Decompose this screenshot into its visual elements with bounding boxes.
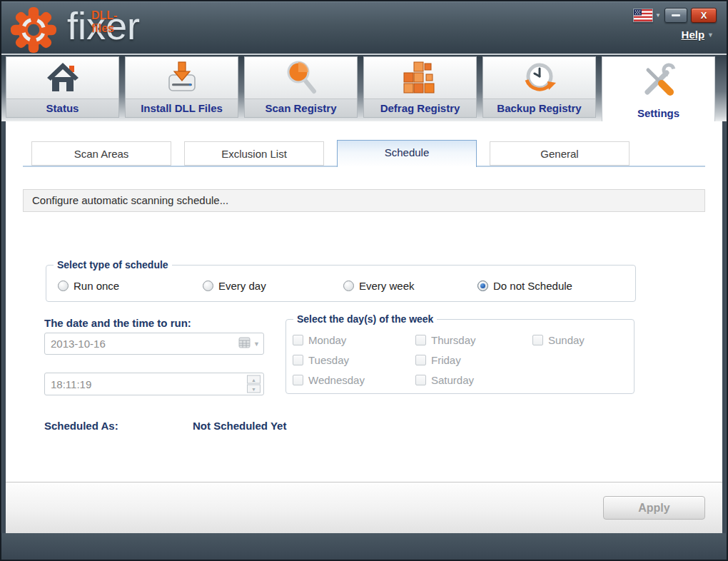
toolbar-button-scan-registry[interactable]: Scan Registry [244,56,358,118]
gear-logo-icon [10,6,57,56]
window-bottom-frame [1,533,727,560]
tab-exclusion-list[interactable]: Exclusion List [184,141,324,166]
toolbar-button-label: Status [6,98,118,117]
checkbox-friday[interactable]: Friday [415,350,476,370]
clock-backup-icon [483,57,595,98]
checkbox-tuesday[interactable]: Tuesday [293,350,365,370]
defrag-blocks-icon [364,57,476,98]
checkbox-icon [415,355,426,365]
checkbox-icon [293,355,303,365]
chevron-down-icon[interactable]: ▼ [253,340,260,348]
checkbox-wednesday[interactable]: Wednesday [293,370,365,390]
radio-run-once[interactable]: Run once [58,280,203,292]
main-toolbar: Status Install DLL Files [1,54,727,121]
toolbar-button-install-dll-files[interactable]: Install DLL Files [125,56,238,118]
radio-selected-icon [477,280,488,291]
toolbar-button-defrag-registry[interactable]: Defrag Registry [363,56,477,118]
toolbar-button-label: Install DLL Files [126,98,238,117]
toolbar-button-status[interactable]: Status [6,56,119,118]
arrow-up-icon[interactable]: ▲ [247,375,261,384]
checkbox-icon [293,375,303,385]
date-field: ▼ [44,333,264,355]
time-spinner: ▲ ▼ [247,375,261,393]
hard-drive-download-icon [126,57,238,98]
checkbox-icon [293,335,303,345]
checkbox-icon [415,335,426,345]
radio-every-week[interactable]: Every week [343,280,477,292]
toolbar-button-label: Settings [602,104,714,123]
titlebar: fixer DLL-files [1,1,727,54]
language-flag-button[interactable]: ▼ [633,9,661,22]
magnifier-icon [245,57,357,98]
app-window: fixer DLL-files [0,0,728,561]
checkbox-saturday[interactable]: Saturday [415,370,476,390]
days-legend: Select the day(s) of the week [293,313,437,325]
close-icon: X [701,10,707,21]
settings-panel: Scan Areas Exclusion List Schedule Gener… [6,121,722,482]
footer-bar: Apply [6,482,722,533]
tab-schedule[interactable]: Schedule [337,140,477,167]
toolbar-button-label: Backup Registry [483,98,595,117]
toolbar-button-settings[interactable]: Settings [602,56,715,123]
tab-general[interactable]: General [490,141,630,166]
arrow-down-icon[interactable]: ▼ [247,385,261,393]
date-input[interactable] [44,333,264,355]
tools-icon [602,57,714,104]
datetime-label: The date and the time to run: [44,317,191,329]
schedule-type-legend: Select type of schedule [54,259,172,271]
radio-icon [58,280,69,291]
checkbox-icon [415,375,426,385]
time-field: ▲ ▼ [44,373,264,395]
checkbox-monday[interactable]: Monday [293,330,365,350]
checkbox-sunday[interactable]: Sunday [532,330,585,350]
tab-scan-areas[interactable]: Scan Areas [31,141,171,166]
close-button[interactable]: X [691,8,717,23]
time-input[interactable] [44,373,264,395]
schedule-type-group: Select type of schedule Run once Every d… [46,265,636,302]
brand-tagline: DLL-files [91,9,117,35]
toolbar-button-label: Defrag Registry [364,98,476,117]
scheduled-as-label: Scheduled As: [44,420,193,432]
chevron-down-icon: ▼ [655,12,661,19]
minimize-icon [672,14,680,16]
radio-every-day[interactable]: Every day [203,280,343,292]
days-of-week-group: Select the day(s) of the week Monday Tue… [285,319,635,394]
settings-subtabs: Scan Areas Exclusion List Schedule Gener… [23,140,705,167]
chevron-down-icon: ▼ [707,31,714,39]
scheduled-as-value: Not Scheduled Yet [193,420,286,432]
home-icon [6,57,118,98]
minimize-button[interactable] [664,8,687,23]
calendar-icon[interactable] [238,337,251,351]
toolbar-button-backup-registry[interactable]: Backup Registry [482,56,596,118]
scheduled-as-row: Scheduled As: Not Scheduled Yet [44,420,286,432]
help-menu[interactable]: Help ▼ [682,29,714,41]
window-controls: ▼ X [633,8,717,23]
us-flag-icon [633,9,653,22]
apply-button[interactable]: Apply [603,496,705,520]
checkbox-thursday[interactable]: Thursday [415,330,476,350]
checkbox-icon [532,335,543,345]
radio-icon [343,280,354,291]
radio-icon [203,280,213,291]
radio-do-not-schedule[interactable]: Do not Schedule [477,280,572,292]
toolbar-button-label: Scan Registry [245,98,357,117]
help-label: Help [682,29,705,41]
section-header: Configure automatic scanning schedule... [23,189,705,212]
